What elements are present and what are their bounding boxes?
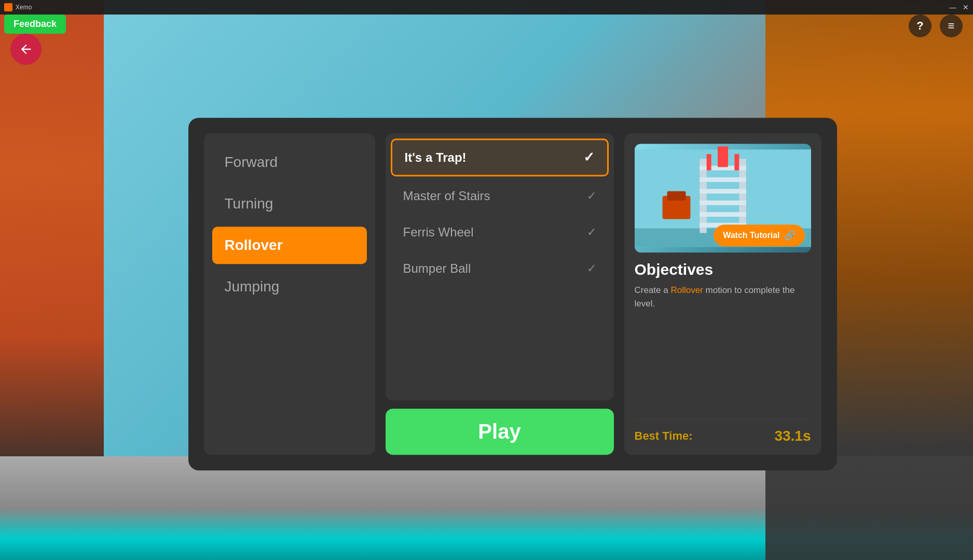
svg-rect-11 [734, 154, 739, 170]
objectives-section: Objectives Create a Rollover motion to c… [635, 261, 811, 411]
svg-rect-8 [700, 212, 746, 217]
link-icon: 🔗 [784, 230, 796, 241]
feedback-button[interactable]: Feedback [4, 15, 66, 34]
level-master-of-stairs[interactable]: Master of Stairs ✓ [391, 179, 609, 213]
top-right-buttons: ? ≡ [909, 15, 963, 37]
app-title: Xemo [16, 4, 32, 11]
level-bumper-ball-label: Bumper Ball [403, 261, 471, 276]
categories-panel: Forward Turning Rollover Jumping [204, 133, 375, 455]
level-its-a-trap[interactable]: It's a Trap! ✓ [391, 138, 609, 176]
bg-floor [0, 456, 973, 560]
back-button[interactable] [10, 34, 42, 65]
back-arrow-icon [19, 42, 33, 57]
level-ferris-wheel-label: Ferris Wheel [403, 225, 474, 240]
menu-button[interactable]: ≡ [940, 15, 963, 37]
category-turning[interactable]: Turning [212, 185, 367, 222]
svg-rect-6 [700, 189, 746, 193]
close-button[interactable]: ✕ [963, 3, 969, 11]
levels-list: It's a Trap! ✓ Master of Stairs ✓ Ferris… [386, 133, 614, 400]
objectives-text: Create a Rollover motion to complete the… [635, 284, 811, 310]
play-button[interactable]: Play [386, 409, 614, 455]
category-forward[interactable]: Forward [212, 144, 367, 181]
title-bar: Xemo — ✕ [0, 0, 973, 15]
level-preview: Watch Tutorial 🔗 [635, 144, 811, 253]
level-master-of-stairs-label: Master of Stairs [403, 189, 490, 203]
main-modal: Forward Turning Rollover Jumping It's a … [188, 118, 837, 470]
level-its-a-trap-check: ✓ [583, 149, 595, 165]
category-rollover[interactable]: Rollover [212, 227, 367, 264]
levels-panel: It's a Trap! ✓ Master of Stairs ✓ Ferris… [386, 133, 614, 455]
level-master-of-stairs-check: ✓ [587, 189, 596, 203]
app-icon [4, 3, 12, 11]
level-ferris-wheel-check: ✓ [587, 226, 596, 239]
level-bumper-ball[interactable]: Bumper Ball ✓ [391, 252, 609, 285]
best-time-label: Best Time: [635, 429, 693, 443]
info-panel: Watch Tutorial 🔗 Objectives Create a Rol… [624, 133, 821, 455]
best-time-row: Best Time: 33.1s [635, 419, 811, 444]
svg-rect-7 [700, 201, 746, 205]
help-button[interactable]: ? [909, 15, 931, 37]
minimize-button[interactable]: — [949, 3, 956, 11]
svg-rect-13 [667, 191, 686, 201]
level-its-a-trap-label: It's a Trap! [405, 150, 467, 165]
objectives-title: Objectives [635, 261, 811, 278]
category-jumping[interactable]: Jumping [212, 268, 367, 305]
window-controls: — ✕ [949, 3, 969, 11]
svg-rect-5 [700, 177, 746, 182]
watch-tutorial-button[interactable]: Watch Tutorial 🔗 [714, 225, 804, 246]
level-ferris-wheel[interactable]: Ferris Wheel ✓ [391, 216, 609, 249]
objectives-text-before: Create a [635, 285, 671, 295]
svg-rect-10 [706, 154, 711, 170]
watch-tutorial-label: Watch Tutorial [723, 231, 779, 240]
objectives-highlight: Rollover [670, 285, 703, 295]
best-time-value: 33.1s [774, 428, 811, 444]
level-bumper-ball-check: ✓ [587, 262, 596, 275]
